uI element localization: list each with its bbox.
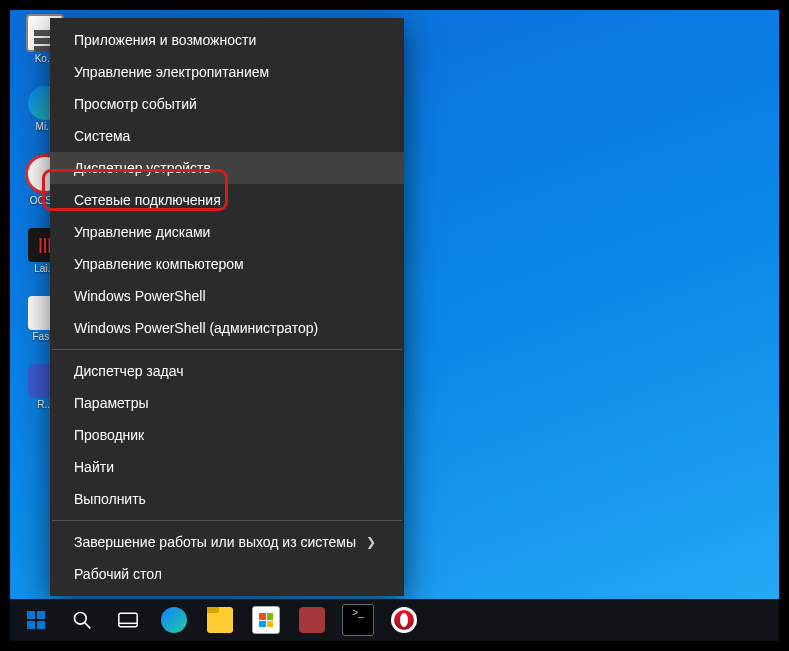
taskbar-access[interactable] [290, 599, 334, 641]
menu-item-label: Система [74, 128, 130, 144]
store-icon [252, 606, 280, 634]
terminal-icon: >_ [342, 604, 374, 636]
taskbar-search[interactable] [60, 599, 104, 641]
menu-item-label: Проводник [74, 427, 144, 443]
folder-icon [207, 607, 233, 633]
menu-item-settings[interactable]: Параметры [50, 387, 404, 419]
menu-item-label: Найти [74, 459, 114, 475]
menu-item-label: Параметры [74, 395, 149, 411]
menu-item-label: Windows PowerShell [74, 288, 206, 304]
window-frame: Ko... Mi... OOS... ||| Lai... Fas... [0, 0, 789, 651]
menu-item-desktop[interactable]: Рабочий стол [50, 558, 404, 590]
taskbar-opera[interactable] [382, 599, 426, 641]
menu-item-network-connections[interactable]: Сетевые подключения [50, 184, 404, 216]
menu-item-label: Рабочий стол [74, 566, 162, 582]
menu-item-label: Управление компьютером [74, 256, 244, 272]
svg-rect-3 [37, 621, 45, 629]
taskbar-store[interactable] [244, 599, 288, 641]
taskbar: >_ [10, 599, 779, 641]
search-icon [72, 610, 92, 630]
menu-item-run[interactable]: Выполнить [50, 483, 404, 515]
menu-item-file-explorer[interactable]: Проводник [50, 419, 404, 451]
opera-icon [391, 607, 417, 633]
svg-point-4 [75, 613, 87, 625]
menu-item-label: Приложения и возможности [74, 32, 256, 48]
menu-item-label: Диспетчер устройств [74, 160, 211, 176]
menu-separator [52, 349, 402, 350]
svg-line-5 [85, 623, 91, 629]
windows-logo-icon [27, 611, 45, 629]
menu-item-label: Сетевые подключения [74, 192, 221, 208]
menu-item-label: Выполнить [74, 491, 146, 507]
taskbar-edge[interactable] [152, 599, 196, 641]
menu-item-event-viewer[interactable]: Просмотр событий [50, 88, 404, 120]
menu-item-label: Управление электропитанием [74, 64, 269, 80]
menu-item-search[interactable]: Найти [50, 451, 404, 483]
taskview-icon [118, 612, 138, 628]
taskbar-taskview[interactable] [106, 599, 150, 641]
menu-item-disk-management[interactable]: Управление дисками [50, 216, 404, 248]
menu-item-task-manager[interactable]: Диспетчер задач [50, 355, 404, 387]
menu-item-label: Просмотр событий [74, 96, 197, 112]
menu-separator [52, 520, 402, 521]
chevron-right-icon: ❯ [366, 535, 376, 549]
menu-item-label: Диспетчер задач [74, 363, 184, 379]
menu-item-power-options[interactable]: Управление электропитанием [50, 56, 404, 88]
edge-icon [161, 607, 187, 633]
menu-item-powershell-admin[interactable]: Windows PowerShell (администратор) [50, 312, 404, 344]
svg-rect-0 [27, 611, 35, 619]
menu-item-computer-management[interactable]: Управление компьютером [50, 248, 404, 280]
access-icon [299, 607, 325, 633]
menu-item-system[interactable]: Система [50, 120, 404, 152]
menu-item-label: Завершение работы или выход из системы [74, 534, 356, 550]
menu-item-powershell[interactable]: Windows PowerShell [50, 280, 404, 312]
menu-item-apps-and-features[interactable]: Приложения и возможности [50, 24, 404, 56]
menu-item-shutdown-signout[interactable]: Завершение работы или выход из системы ❯ [50, 526, 404, 558]
svg-rect-2 [27, 621, 35, 629]
menu-item-label: Windows PowerShell (администратор) [74, 320, 318, 336]
menu-item-label: Управление дисками [74, 224, 210, 240]
taskbar-explorer[interactable] [198, 599, 242, 641]
menu-item-device-manager[interactable]: Диспетчер устройств [50, 152, 404, 184]
desktop[interactable]: Ko... Mi... OOS... ||| Lai... Fas... [10, 10, 779, 641]
svg-rect-1 [37, 611, 45, 619]
svg-rect-6 [119, 613, 137, 626]
winx-context-menu: Приложения и возможности Управление элек… [50, 18, 404, 596]
taskbar-cmd[interactable]: >_ [336, 599, 380, 641]
start-button[interactable] [14, 599, 58, 641]
